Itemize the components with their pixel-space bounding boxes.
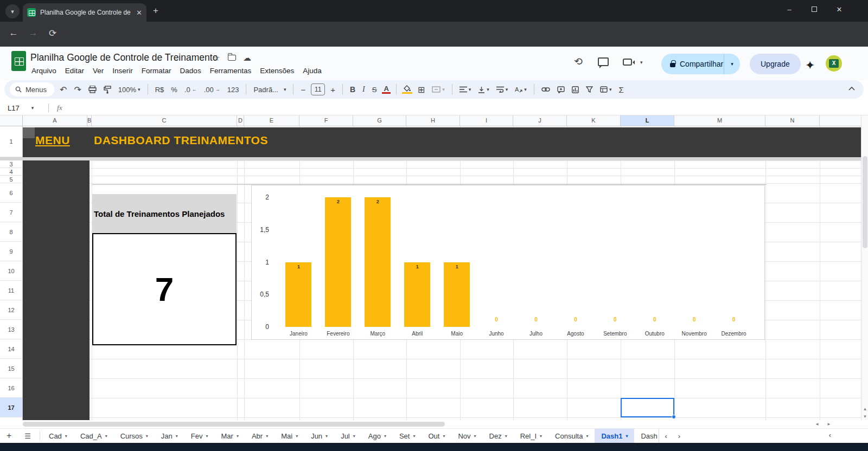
menu-arquivo[interactable]: Arquivo bbox=[27, 65, 61, 77]
horizontal-scroll-thumb[interactable] bbox=[23, 422, 445, 427]
print-button[interactable] bbox=[87, 86, 98, 93]
scroll-down-icon[interactable]: ▼ bbox=[861, 414, 868, 419]
menu-editar[interactable]: Editar bbox=[61, 65, 88, 77]
new-tab-button[interactable]: + bbox=[153, 5, 158, 16]
row-header-3[interactable]: 3 bbox=[0, 160, 22, 168]
fill-handle[interactable] bbox=[672, 415, 676, 419]
merge-cells-button[interactable]: ▾ bbox=[430, 86, 446, 93]
column-header-I[interactable]: I bbox=[460, 115, 513, 126]
menu-formatar[interactable]: Formatar bbox=[137, 65, 176, 77]
sheet-tab-Jul[interactable]: Jul▾ bbox=[334, 429, 362, 443]
font-size-input[interactable]: 11 bbox=[311, 83, 325, 95]
sheet-tab-Jan[interactable]: Jan▾ bbox=[155, 429, 184, 443]
reload-icon[interactable]: ⟳ bbox=[46, 28, 60, 39]
paint-format-button[interactable] bbox=[102, 86, 113, 94]
add-sheet-button[interactable]: + bbox=[0, 431, 18, 441]
account-avatar[interactable] bbox=[826, 55, 842, 72]
menu-dados[interactable]: Dados bbox=[176, 65, 206, 77]
filter-views-button[interactable]: ▾ bbox=[598, 86, 614, 93]
sheet-tab-caret-icon[interactable]: ▾ bbox=[266, 434, 268, 439]
increase-font-size-button[interactable]: + bbox=[329, 85, 337, 94]
forward-icon[interactable]: → bbox=[26, 28, 40, 38]
tabs-next-icon[interactable]: › bbox=[673, 432, 686, 440]
row-header-16[interactable]: 16 bbox=[0, 378, 22, 398]
scroll-up-icon[interactable]: ▲ bbox=[861, 407, 868, 411]
menu-ajuda[interactable]: Ajuda bbox=[298, 65, 326, 77]
sheet-tab-Dez[interactable]: Dez▾ bbox=[483, 429, 514, 443]
row-header-12[interactable]: 12 bbox=[0, 300, 22, 320]
row-header-15[interactable]: 15 bbox=[0, 359, 22, 378]
horizontal-align-button[interactable]: ▾ bbox=[458, 86, 473, 93]
text-rotation-button[interactable]: A ▾ bbox=[513, 86, 528, 93]
sheet-tab-Abr[interactable]: Abr▾ bbox=[245, 429, 275, 443]
fill-color-button[interactable] bbox=[402, 85, 412, 94]
column-header-F[interactable]: F bbox=[299, 115, 353, 126]
sheet-tab-caret-icon[interactable]: ▾ bbox=[586, 434, 588, 439]
tab-search-icon[interactable]: ▾ bbox=[5, 4, 20, 18]
sheet-tab-Dash1[interactable]: Dash1▾ bbox=[595, 429, 634, 443]
sheet-tab-Out[interactable]: Out▾ bbox=[422, 429, 451, 443]
selected-cell-L17[interactable] bbox=[621, 398, 674, 417]
redo-button[interactable]: ↷ bbox=[72, 85, 82, 95]
scroll-right-icon[interactable]: ► bbox=[827, 422, 831, 427]
star-icon[interactable]: ☆ bbox=[213, 53, 220, 63]
column-header-D[interactable]: D bbox=[237, 115, 244, 126]
font-select[interactable]: Padrã... ▾ bbox=[252, 86, 288, 94]
sheet-tab-Dash[interactable]: Dash bbox=[634, 429, 659, 443]
italic-button[interactable]: I bbox=[361, 85, 367, 94]
column-header-B[interactable]: B bbox=[87, 115, 92, 126]
row-header-8[interactable]: 8 bbox=[0, 222, 22, 242]
decrease-decimals-button[interactable]: .0← bbox=[183, 86, 199, 94]
row-header-17[interactable]: 17 bbox=[0, 398, 22, 417]
insert-chart-button[interactable] bbox=[570, 86, 580, 93]
sheet-tab-caret-icon[interactable]: ▾ bbox=[474, 434, 476, 439]
row-header-1[interactable]: 1 bbox=[0, 126, 22, 157]
video-call-icon[interactable] bbox=[623, 59, 632, 66]
vertical-align-button[interactable]: ▾ bbox=[476, 86, 491, 93]
sheet-tab-Jun[interactable]: Jun▾ bbox=[304, 429, 334, 443]
row-header-11[interactable]: 11 bbox=[0, 281, 22, 300]
sheet-tab-caret-icon[interactable]: ▾ bbox=[443, 434, 445, 439]
select-all-corner[interactable] bbox=[0, 115, 23, 126]
functions-button[interactable]: Σ bbox=[617, 85, 625, 94]
sheet-tab-caret-icon[interactable]: ▾ bbox=[65, 434, 67, 439]
create-filter-button[interactable] bbox=[584, 86, 595, 93]
browser-tab[interactable]: Planilha Google de Controle de ✕ bbox=[23, 3, 146, 22]
undo-button[interactable]: ↶ bbox=[58, 85, 68, 95]
sheet-tab-Fev[interactable]: Fev▾ bbox=[184, 429, 215, 443]
text-color-button[interactable]: A bbox=[382, 85, 390, 94]
decrease-font-size-button[interactable]: − bbox=[299, 85, 307, 94]
sheet-tab-caret-icon[interactable]: ▾ bbox=[296, 434, 298, 439]
row-header-6[interactable]: 6 bbox=[0, 183, 22, 203]
menu-ferramentas[interactable]: Ferramentas bbox=[206, 65, 256, 77]
zoom-select[interactable]: 100% ▾ bbox=[117, 86, 142, 94]
vertical-scroll-thumb[interactable] bbox=[863, 156, 867, 248]
sheet-tab-caret-icon[interactable]: ▾ bbox=[353, 434, 355, 439]
name-box-caret-icon[interactable]: ▾ bbox=[31, 105, 34, 111]
sheet-tab-caret-icon[interactable]: ▾ bbox=[326, 434, 328, 439]
name-box[interactable]: L17▾ bbox=[0, 104, 47, 112]
gemini-sparkle-icon[interactable]: ✦ bbox=[805, 59, 815, 73]
menu-ver[interactable]: Ver bbox=[88, 65, 108, 77]
sheet-tab-caret-icon[interactable]: ▾ bbox=[206, 434, 208, 439]
column-header-G[interactable]: G bbox=[353, 115, 406, 126]
move-folder-icon[interactable] bbox=[228, 55, 236, 61]
horizontal-scrollbar[interactable]: ◄ ► bbox=[0, 420, 868, 428]
sheet-tab-caret-icon[interactable]: ▾ bbox=[505, 434, 507, 439]
column-header-L[interactable]: L bbox=[621, 115, 674, 126]
sheet-tab-caret-icon[interactable]: ▾ bbox=[176, 434, 178, 439]
row-header-5[interactable]: 5 bbox=[0, 176, 22, 183]
sheet-tab-caret-icon[interactable]: ▾ bbox=[105, 434, 107, 439]
sheet-tab-caret-icon[interactable]: ▾ bbox=[146, 434, 148, 439]
menu-inserir[interactable]: Inserir bbox=[108, 65, 137, 77]
vertical-scrollbar[interactable]: ▲ ▼ bbox=[861, 115, 868, 420]
column-header-A[interactable]: A bbox=[23, 115, 87, 126]
sheet-tab-caret-icon[interactable]: ▾ bbox=[413, 434, 415, 439]
window-maximize-button[interactable] bbox=[806, 5, 822, 14]
window-minimize-button[interactable]: – bbox=[781, 5, 797, 14]
more-formats-button[interactable]: 123 bbox=[226, 86, 241, 94]
share-caret-button[interactable]: ▾ bbox=[724, 54, 740, 74]
insert-comment-button[interactable] bbox=[556, 86, 566, 93]
borders-button[interactable]: ⊞ bbox=[416, 85, 426, 95]
column-header-N[interactable]: N bbox=[765, 115, 820, 126]
